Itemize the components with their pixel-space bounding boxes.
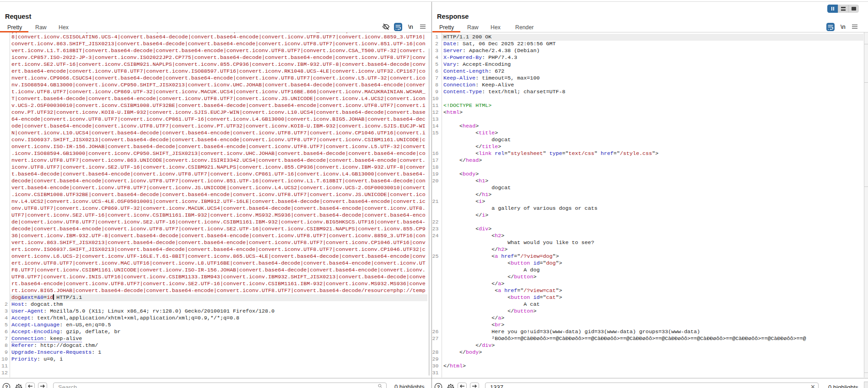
- svg-text:?: ?: [5, 384, 8, 388]
- svg-text:?: ?: [437, 384, 440, 388]
